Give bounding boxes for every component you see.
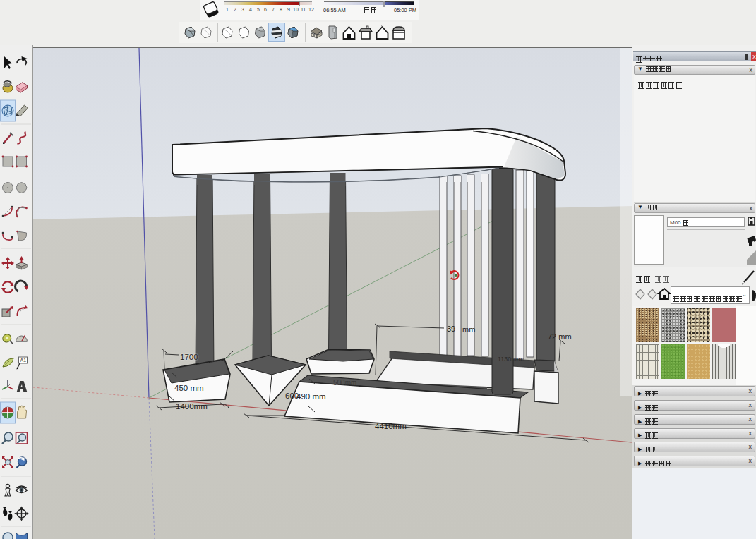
svg-text:490 mm: 490 mm xyxy=(296,392,326,401)
svg-text:mm: mm xyxy=(462,325,475,334)
svg-text:1700: 1700 xyxy=(180,353,198,361)
svg-text:450 mm: 450 mm xyxy=(174,384,204,392)
svg-text:4410mm: 4410mm xyxy=(375,422,407,430)
svg-text:39: 39 xyxy=(447,325,455,333)
svg-text:72 mm: 72 mm xyxy=(548,332,572,341)
svg-text:A1: A1 xyxy=(20,358,27,363)
svg-text:1400mm: 1400mm xyxy=(176,402,208,411)
svg-text:1130mm: 1130mm xyxy=(498,356,522,363)
svg-text:500mm: 500mm xyxy=(333,379,356,387)
